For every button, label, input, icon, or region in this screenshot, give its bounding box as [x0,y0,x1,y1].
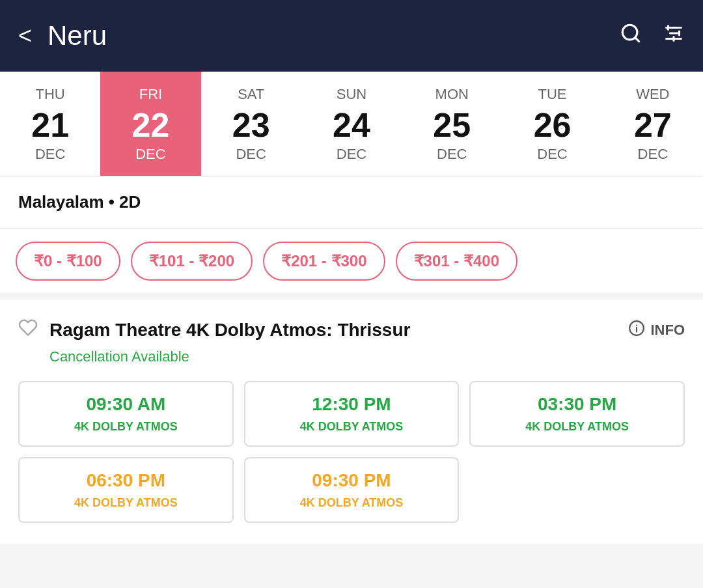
info-button[interactable]: INFO [628,320,685,341]
filter-icon[interactable] [663,22,685,49]
showtime-time-0630pm: 06:30 PM [87,470,165,491]
info-icon [628,320,645,341]
date-thu[interactable]: THU 21 DEC [0,72,100,176]
date-fri[interactable]: FRI 22 DEC [100,72,200,176]
movie-title: Neru [48,20,620,51]
date-sun[interactable]: SUN 24 DEC [301,72,402,176]
showtime-time-0930am: 09:30 AM [86,394,165,415]
price-chip-101-200[interactable]: ₹101 - ₹200 [131,242,253,281]
showtime-time-1230pm: 12:30 PM [312,394,391,415]
date-wed[interactable]: WED 27 DEC [603,72,703,176]
showtime-0330pm[interactable]: 03:30 PM 4K DOLBY ATMOS [469,381,685,447]
date-sat[interactable]: SAT 23 DEC [201,72,301,176]
price-chip-201-300[interactable]: ₹201 - ₹300 [263,242,385,281]
price-chip-301-400[interactable]: ₹301 - ₹400 [396,242,517,281]
showtime-format-0930pm: 4K DOLBY ATMOS [300,496,404,510]
showtime-1230pm[interactable]: 12:30 PM 4K DOLBY ATMOS [244,381,460,447]
showtime-time-0330pm: 03:30 PM [538,394,616,415]
back-button[interactable]: < [18,22,32,49]
showtime-grid-top: 09:30 AM 4K DOLBY ATMOS 12:30 PM 4K DOLB… [18,381,685,447]
date-mon[interactable]: MON 25 DEC [402,72,502,176]
header-icons [620,22,685,49]
showtime-0930pm[interactable]: 09:30 PM 4K DOLBY ATMOS [244,457,460,523]
theatre-header: Ragam Theatre 4K Dolby Atmos: Thrissur I… [18,318,685,342]
language-label: Malayalam • 2D [18,192,141,212]
info-label: INFO [650,322,685,339]
header: < Neru [0,0,703,72]
price-chip-0-100[interactable]: ₹0 - ₹100 [16,242,120,281]
favorite-icon[interactable] [18,318,38,342]
search-icon[interactable] [620,22,642,49]
date-picker: THU 21 DEC FRI 22 DEC SAT 23 DEC SUN 24 … [0,72,703,176]
theatre-section: Ragam Theatre 4K Dolby Atmos: Thrissur I… [0,300,703,544]
showtime-format-0330pm: 4K DOLBY ATMOS [525,420,629,434]
language-filter: Malayalam • 2D [0,176,703,229]
showtime-format-0630pm: 4K DOLBY ATMOS [74,496,178,510]
cancellation-text: Cancellation Available [49,348,685,365]
date-tue[interactable]: TUE 26 DEC [502,72,602,176]
showtime-format-1230pm: 4K DOLBY ATMOS [300,420,404,434]
price-filters: ₹0 - ₹100 ₹101 - ₹200 ₹201 - ₹300 ₹301 -… [0,229,703,294]
showtime-0930am[interactable]: 09:30 AM 4K DOLBY ATMOS [18,381,234,447]
theatre-name: Ragam Theatre 4K Dolby Atmos: Thrissur [49,320,628,341]
svg-line-1 [635,38,639,42]
showtime-format-0930am: 4K DOLBY ATMOS [74,420,178,434]
showtime-0630pm[interactable]: 06:30 PM 4K DOLBY ATMOS [18,457,234,523]
showtime-grid-bottom: 06:30 PM 4K DOLBY ATMOS 09:30 PM 4K DOLB… [18,457,685,523]
showtime-time-0930pm: 09:30 PM [312,470,391,491]
